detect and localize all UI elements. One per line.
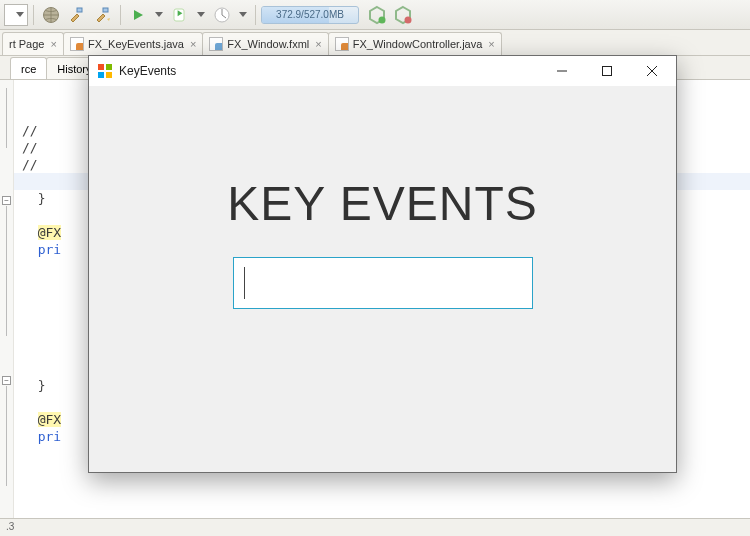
svg-rect-14 [602,67,611,76]
maximize-button[interactable] [584,57,629,86]
svg-rect-10 [106,64,112,70]
app-window: KeyEvents KEY EVENTS [88,55,677,473]
profile-icon[interactable] [210,3,234,27]
code-line: // [22,123,38,138]
close-icon[interactable]: × [50,38,56,50]
code-line: // [22,140,38,155]
svg-rect-9 [98,64,104,70]
run-icon[interactable] [126,3,150,27]
tab-label: FX_WindowController.java [353,38,483,50]
profile-dropdown[interactable] [236,4,250,26]
heading-label: KEY EVENTS [227,176,538,231]
separator [120,5,121,25]
key-input[interactable] [233,257,533,309]
code-keyword: pri [38,242,61,257]
separator [33,5,34,25]
close-button[interactable] [629,57,674,86]
close-icon[interactable]: × [315,38,321,50]
svg-rect-1 [77,8,82,12]
svg-point-6 [405,16,412,23]
app-icon [97,63,113,79]
debug-dropdown[interactable] [194,4,208,26]
subtab-label: History [57,63,91,75]
globe-icon[interactable] [39,3,63,27]
clean-build-icon[interactable] [91,3,115,27]
config-dropdown[interactable] [4,4,28,26]
code-annotation: @FX [38,412,61,427]
fxml-file-icon [209,37,223,51]
code-keyword: pri [38,429,61,444]
code-annotation: @FX [38,225,61,240]
memory-label: 372.9/527.0MB [276,9,344,20]
code-line: } [38,378,46,393]
code-line: // [22,157,38,172]
text-cursor [244,267,245,299]
tab-label: FX_KeyEvents.java [88,38,184,50]
tab-label: rt Page [9,38,44,50]
app-body: KEY EVENTS [89,86,676,472]
tab-start-page[interactable]: rt Page × [2,32,64,55]
subtab-label: rce [21,63,36,75]
file-tabstrip: rt Page × FX_KeyEvents.java × FX_Window.… [0,30,750,56]
fold-toggle[interactable]: − [2,196,11,205]
memory-gauge[interactable]: 372.9/527.0MB [261,6,359,24]
fold-gutter: − − [0,80,14,518]
debug-icon[interactable] [168,3,192,27]
svg-rect-2 [103,8,108,12]
svg-point-5 [379,16,386,23]
hexagon-red-icon[interactable] [391,3,415,27]
tab-windowcontroller-java[interactable]: FX_WindowController.java × [328,32,502,55]
fold-toggle[interactable]: − [2,376,11,385]
run-dropdown[interactable] [152,4,166,26]
main-toolbar: 372.9/527.0MB [0,0,750,30]
hammer-icon[interactable] [65,3,89,27]
java-file-icon [70,37,84,51]
status-text: .3 [6,521,14,532]
separator [255,5,256,25]
java-file-icon [335,37,349,51]
window-title: KeyEvents [119,64,539,78]
tab-label: FX_Window.fxml [227,38,309,50]
svg-rect-11 [98,72,104,78]
minimize-button[interactable] [539,57,584,86]
subtab-source[interactable]: rce [10,57,47,79]
titlebar[interactable]: KeyEvents [89,56,676,86]
hexagon-green-icon[interactable] [365,3,389,27]
tab-keyevents-java[interactable]: FX_KeyEvents.java × [63,32,203,55]
close-icon[interactable]: × [488,38,494,50]
code-line: } [38,191,46,206]
status-bar: .3 [0,518,750,536]
svg-rect-12 [106,72,112,78]
tab-window-fxml[interactable]: FX_Window.fxml × [202,32,328,55]
close-icon[interactable]: × [190,38,196,50]
